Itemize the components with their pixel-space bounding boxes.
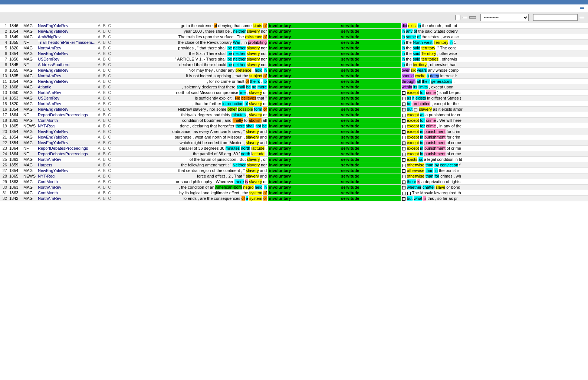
table-row[interactable]: 7 1850 MAG USDemRev A B C " ARTICLE V 1.… — [0, 56, 588, 62]
row-a[interactable]: A — [96, 23, 102, 29]
row-a[interactable]: A — [96, 168, 102, 173]
table-row[interactable]: 14 1853 MAG USDemRev A B C is sufficient… — [0, 95, 588, 101]
row-c[interactable]: C — [107, 23, 112, 29]
row-source[interactable]: NorthAmRev — [37, 185, 96, 190]
row-source[interactable]: NewEngYaleRev — [37, 140, 96, 146]
row-source[interactable]: ReportDebatesProceedings — [37, 112, 96, 118]
row-a[interactable]: A — [96, 107, 102, 112]
row-b[interactable]: B — [102, 40, 107, 45]
row-b[interactable]: B — [102, 90, 107, 95]
row-a[interactable]: A — [96, 157, 102, 162]
row-a[interactable]: A — [96, 112, 102, 118]
row-source[interactable]: USDemRev — [37, 56, 96, 62]
row-c[interactable]: C — [107, 162, 112, 168]
table-row[interactable]: 21 1854 MAG NewEngYaleRev A B C purchase… — [0, 134, 588, 140]
row-b[interactable]: B — [102, 95, 107, 101]
row-b[interactable]: B — [102, 157, 107, 162]
row-b[interactable]: B — [102, 190, 107, 196]
table-row[interactable]: 3 1849 MAG AmWhigRev A B C The truth lie… — [0, 34, 588, 40]
row-b[interactable]: B — [102, 112, 107, 118]
table-row[interactable]: 30 1863 MAG NorthAmRev A B C , the condi… — [0, 185, 588, 190]
row-a[interactable]: A — [96, 118, 102, 123]
table-row[interactable]: 13 1850 MAG NorthAmRev A B C north of sa… — [0, 90, 588, 95]
table-row[interactable]: 12 1868 MAG Atlantic A B C , solemnly de… — [0, 84, 588, 90]
row-source[interactable]: USDemRev — [37, 95, 96, 101]
row-source[interactable]: AddressSouthern — [37, 62, 96, 68]
choose-list-select[interactable]: ---------- — [480, 14, 529, 21]
row-b[interactable]: B — [102, 34, 107, 40]
row-source[interactable]: NewEngYaleRev — [37, 134, 96, 140]
row-a[interactable]: A — [96, 190, 102, 196]
row-a[interactable]: A — [96, 90, 102, 95]
row-a[interactable]: A — [96, 134, 102, 140]
table-row[interactable]: 9 1855 MAG NewEngYaleRev A B C Nor may t… — [0, 68, 588, 73]
row-b[interactable]: B — [102, 79, 107, 84]
row-b[interactable]: B — [102, 146, 107, 151]
row-a[interactable]: A — [96, 123, 102, 129]
row-c[interactable]: C — [107, 179, 112, 185]
row-b[interactable]: B — [102, 173, 107, 179]
table-row[interactable]: 19 1865 NEWS NYT-Reg A B C done , declar… — [0, 123, 588, 129]
row-source[interactable]: Harpers — [37, 162, 96, 168]
row-source[interactable]: NewEngYaleRev — [37, 129, 96, 134]
row-c[interactable]: C — [107, 173, 112, 179]
row-source[interactable]: NorthAmRev — [37, 73, 96, 79]
table-row[interactable]: 20 1854 MAG NewEngYaleRev A B C ordinanc… — [0, 129, 588, 134]
row-a[interactable]: A — [96, 62, 102, 68]
row-c[interactable]: C — [107, 56, 112, 62]
row-a[interactable]: A — [96, 40, 102, 45]
row-a[interactable]: A — [96, 29, 102, 34]
table-row[interactable]: 32 1842 MAG NorthAmRev A B C lo ends , a… — [0, 196, 588, 201]
row-a[interactable]: A — [96, 101, 102, 107]
table-row[interactable]: 16 1854 MAG NewEngYaleRev A B C Hebrew s… — [0, 107, 588, 112]
row-b[interactable]: B — [102, 45, 107, 51]
row-a[interactable]: A — [96, 51, 102, 56]
help-button-1[interactable] — [463, 17, 467, 18]
row-c[interactable]: C — [107, 95, 112, 101]
table-row[interactable]: 31 1863 MAG ContMonth A B C by its logic… — [0, 190, 588, 196]
row-a[interactable]: A — [96, 56, 102, 62]
table-row[interactable]: 25 1863 MAG NorthAmRev A B C of the foru… — [0, 157, 588, 162]
row-c[interactable]: C — [107, 29, 112, 34]
table-row[interactable]: 22 1854 MAG NewEngYaleRev A B C which mi… — [0, 140, 588, 146]
row-source[interactable]: Atlantic — [37, 84, 96, 90]
row-source[interactable]: ContMonth — [37, 179, 96, 185]
row-source[interactable]: AmWhigRev — [37, 34, 96, 40]
row-b[interactable]: B — [102, 84, 107, 90]
row-c[interactable]: C — [107, 185, 112, 190]
row-c[interactable]: C — [107, 168, 112, 173]
table-row[interactable]: 29 1863 MAG ContMonth A B C or sound phi… — [0, 179, 588, 185]
row-c[interactable]: C — [107, 123, 112, 129]
row-b[interactable]: B — [102, 101, 107, 107]
row-c[interactable]: C — [107, 68, 112, 73]
row-source[interactable]: NewEngYaleRev — [37, 79, 96, 84]
row-a[interactable]: A — [96, 146, 102, 151]
row-a[interactable]: A — [96, 140, 102, 146]
row-a[interactable]: A — [96, 162, 102, 168]
row-b[interactable]: B — [102, 151, 107, 157]
row-source[interactable]: NorthAmRev — [37, 157, 96, 162]
row-c[interactable]: C — [107, 151, 112, 157]
row-source[interactable]: NewEngYaleRev — [37, 51, 96, 56]
table-row[interactable]: 1 1846 MAG NewEngYaleRev A B C go to the… — [0, 23, 588, 29]
row-a[interactable]: A — [96, 196, 102, 201]
row-c[interactable]: C — [107, 73, 112, 79]
row-a[interactable]: A — [96, 84, 102, 90]
row-source[interactable]: NorthAmRev — [37, 45, 96, 51]
help-button-2[interactable] — [580, 17, 584, 18]
row-source[interactable]: NewEngYaleRev — [37, 168, 96, 173]
row-c[interactable]: C — [107, 107, 112, 112]
row-source[interactable]: NYT-Reg — [37, 173, 96, 179]
row-c[interactable]: C — [107, 134, 112, 140]
row-c[interactable]: C — [107, 45, 112, 51]
row-b[interactable]: B — [102, 29, 107, 34]
table-row[interactable]: 11 1854 MAG NewEngYaleRev A B C , for no… — [0, 79, 588, 84]
row-c[interactable]: C — [107, 40, 112, 45]
row-source[interactable]: NorthAmRev — [37, 196, 96, 201]
row-c[interactable]: C — [107, 51, 112, 56]
row-c[interactable]: C — [107, 112, 112, 118]
table-row[interactable]: 2 1854 MAG NewEngYaleRev A B C year 1800… — [0, 29, 588, 34]
row-a[interactable]: A — [96, 173, 102, 179]
row-source[interactable]: ContMonth — [37, 118, 96, 123]
table-row[interactable]: 28 1865 NEWS NYT-Reg A B C force and eff… — [0, 173, 588, 179]
